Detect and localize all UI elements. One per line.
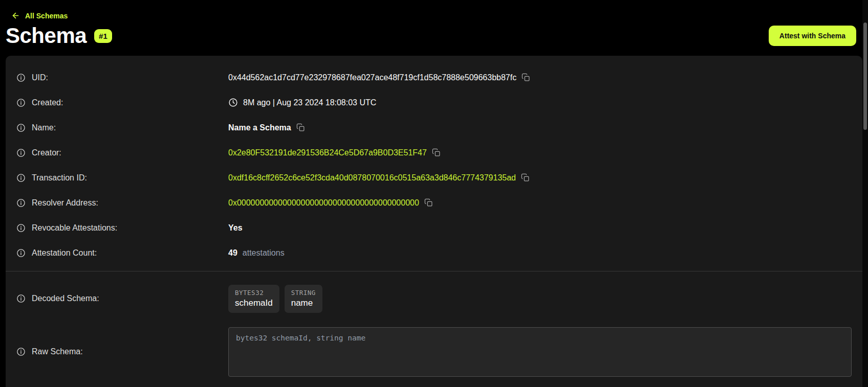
created-value: 8M ago | Aug 23 2024 18:08:03 UTC (243, 98, 376, 107)
field-type: BYTES32 (235, 289, 273, 297)
decoded-schema-section: Decoded Schema: BYTES32 schemaId STRING … (6, 277, 862, 321)
detail-row-transaction-id: Transaction ID: 0xdf16c8cff2652c6ce52f3c… (6, 165, 862, 190)
page-scrollbar[interactable] (862, 0, 868, 387)
resolver-address-value-group: 0x00000000000000000000000000000000000000… (228, 198, 433, 208)
row-label-transaction-id: Transaction ID: (16, 173, 228, 183)
label-text: UID: (32, 73, 48, 82)
schema-field-chip: STRING name (285, 285, 322, 313)
row-label-name: Name: (16, 123, 228, 132)
page-title: Schema (6, 24, 86, 48)
attestation-count-value-group: 49 attestations (228, 248, 285, 258)
detail-row-resolver-address: Resolver Address: 0x00000000000000000000… (6, 190, 862, 215)
schema-details-card: UID: 0x44d562ac1d7cd77e232978687fea027ac… (6, 56, 862, 387)
label-text: Attestation Count: (32, 248, 97, 258)
scrollbar-thumb[interactable] (863, 22, 867, 130)
detail-row-revocable: Revocable Attestations: Yes (6, 215, 862, 240)
name-value: Name a Schema (228, 123, 291, 132)
field-type: STRING (291, 289, 316, 297)
detail-row-uid: UID: 0x44d562ac1d7cd77e232978687fea027ac… (6, 65, 862, 90)
raw-schema-section: Raw Schema: bytes32 schemaId, string nam… (6, 321, 862, 383)
row-label-resolver-address: Resolver Address: (16, 198, 228, 208)
info-icon[interactable] (16, 173, 26, 183)
creator-value-group: 0x2e80F532191de291536B24Ce5D67a9B0D3E51F… (228, 148, 441, 157)
revocable-value: Yes (228, 223, 243, 233)
created-value-group: 8M ago | Aug 23 2024 18:08:03 UTC (228, 98, 376, 107)
info-icon[interactable] (16, 198, 26, 208)
label-text: Creator: (32, 148, 61, 157)
back-to-all-schemas-link[interactable]: All Schemas (11, 11, 68, 20)
uid-value: 0x44d562ac1d7cd77e232978687fea027ace48f7… (228, 73, 516, 82)
row-label-revocable: Revocable Attestations: (16, 223, 228, 233)
raw-schema-textarea[interactable]: bytes32 schemaId, string name (228, 327, 852, 377)
revocable-value-group: Yes (228, 223, 243, 233)
title-row: Schema #1 Attest with Schema (6, 23, 862, 56)
copy-icon[interactable] (296, 123, 305, 132)
row-label-created: Created: (16, 98, 228, 107)
detail-row-created: Created: 8M ago | Aug 23 2024 18:08:03 U… (6, 90, 862, 115)
label-text: Decoded Schema: (32, 294, 99, 303)
info-icon[interactable] (16, 223, 26, 233)
info-icon[interactable] (16, 98, 26, 107)
info-icon[interactable] (16, 294, 26, 303)
schema-field-chip: BYTES32 schemaId (228, 285, 279, 313)
name-value-group: Name a Schema (228, 123, 305, 132)
label-text: Created: (32, 98, 63, 107)
copy-icon[interactable] (432, 148, 441, 157)
arrow-left-icon (11, 11, 20, 20)
resolver-address-link[interactable]: 0x00000000000000000000000000000000000000… (228, 198, 419, 208)
detail-row-attestation-count: Attestation Count: 49 attestations (6, 240, 862, 265)
detail-row-name: Name: Name a Schema (6, 115, 862, 140)
info-icon[interactable] (16, 73, 26, 82)
row-label-uid: UID: (16, 73, 228, 82)
row-label-decoded-schema: Decoded Schema: (16, 294, 228, 303)
attestations-link[interactable]: attestations (243, 248, 285, 258)
transaction-id-value-group: 0xdf16c8cff2652c6ce52f3cda40d0878070016c… (228, 173, 530, 183)
copy-icon[interactable] (522, 73, 530, 82)
label-text: Resolver Address: (32, 198, 98, 208)
attest-with-schema-button[interactable]: Attest with Schema (769, 26, 856, 46)
info-icon[interactable] (16, 123, 26, 132)
row-label-raw-schema: Raw Schema: (16, 347, 228, 356)
schema-detail-page: All Schemas Schema #1 Attest with Schema… (0, 0, 868, 387)
transaction-id-link[interactable]: 0xdf16c8cff2652c6ce52f3cda40d0878070016c… (228, 173, 516, 183)
uid-value-group: 0x44d562ac1d7cd77e232978687fea027ace48f7… (228, 73, 530, 82)
info-icon[interactable] (16, 148, 26, 157)
title-group: Schema #1 (6, 24, 112, 48)
copy-icon[interactable] (521, 173, 530, 182)
copy-icon[interactable] (424, 198, 433, 207)
field-name: schemaId (235, 298, 273, 308)
back-link-label: All Schemas (25, 12, 68, 20)
field-name: name (291, 298, 316, 308)
detail-row-creator: Creator: 0x2e80F532191de291536B24Ce5D67a… (6, 140, 862, 165)
creator-address-link[interactable]: 0x2e80F532191de291536B24Ce5D67a9B0D3E51F… (228, 148, 427, 157)
row-label-creator: Creator: (16, 148, 228, 157)
label-text: Revocable Attestations: (32, 223, 117, 233)
decoded-schema-fields: BYTES32 schemaId STRING name (228, 285, 322, 313)
clock-icon (228, 98, 238, 107)
info-icon[interactable] (16, 248, 26, 258)
attestation-count-value: 49 (228, 248, 237, 258)
schema-number-badge: #1 (94, 29, 112, 43)
label-text: Raw Schema: (32, 347, 83, 356)
label-text: Transaction ID: (32, 173, 87, 183)
row-label-attestation-count: Attestation Count: (16, 248, 228, 258)
section-divider (6, 271, 862, 271)
info-icon[interactable] (16, 347, 26, 356)
label-text: Name: (32, 123, 56, 132)
